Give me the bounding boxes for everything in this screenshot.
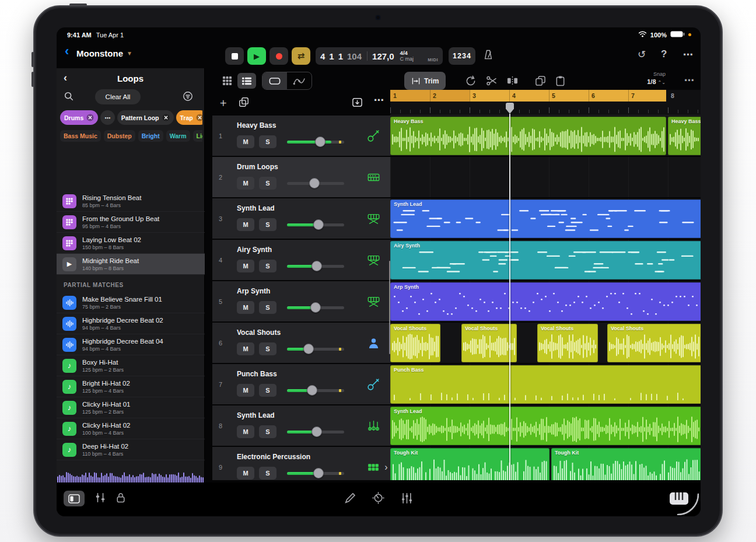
solo-button[interactable]: S	[259, 218, 276, 231]
volume-knob[interactable]	[315, 137, 326, 147]
track-header[interactable]: 3Synth LeadMS	[212, 198, 390, 239]
toolbar-more-icon[interactable]: ⋯	[684, 74, 694, 86]
play-button[interactable]: ▶	[247, 47, 266, 65]
descriptor-tag[interactable]: Bright	[138, 130, 163, 142]
volume-slider[interactable]	[287, 177, 344, 190]
descriptor-tag[interactable]: Dubstep	[104, 130, 135, 142]
track-header[interactable]: 1Heavy BassMS	[212, 116, 390, 156]
region[interactable]: Synth Lead	[390, 200, 701, 238]
track-lane[interactable]: Tough KitTough Kit	[390, 447, 701, 480]
stop-button[interactable]	[225, 47, 244, 65]
region[interactable]: Vocal Shouts	[390, 324, 440, 362]
filter-chip[interactable]: Drums	[60, 110, 98, 125]
track-header[interactable]: 2Drum LoopsMS	[212, 157, 390, 198]
volume-slider[interactable]	[287, 218, 344, 231]
project-title[interactable]: Moonstone ▼	[76, 48, 132, 58]
mute-button[interactable]: M	[237, 177, 254, 190]
add-track-button[interactable]: ＋	[218, 95, 229, 110]
loop-item[interactable]: ♪Deep Hi-Hat 02110 bpm – 4 Bars	[57, 439, 205, 460]
track-lane[interactable]: Arp Synth	[390, 281, 701, 322]
solo-button[interactable]: S	[259, 342, 276, 355]
loop-item[interactable]: ♪Bright Hi-Hat 02125 bpm – 4 Bars	[57, 376, 205, 397]
paste-icon[interactable]	[555, 75, 566, 89]
region[interactable]: Heavy Bass	[668, 117, 701, 155]
volume-slider[interactable]	[287, 425, 344, 438]
search-icon[interactable]	[64, 91, 74, 104]
track-header[interactable]: 5Arp SynthMS	[212, 281, 390, 322]
volume-slider[interactable]	[287, 301, 344, 314]
remove-filter-icon[interactable]	[196, 114, 202, 121]
remove-filter-icon[interactable]	[162, 114, 170, 121]
undo-icon[interactable]: ↺	[638, 48, 646, 61]
volume-knob[interactable]	[309, 178, 320, 188]
remove-filter-icon[interactable]	[86, 114, 94, 121]
loop-item[interactable]: Rising Tension Beat85 bpm – 4 Bars	[57, 191, 205, 212]
loop-item[interactable]: Make Believe Snare Fill 0175 bpm – 2 Bar…	[57, 292, 205, 313]
duplicate-track-icon[interactable]	[239, 97, 249, 110]
loop-tool-icon[interactable]	[465, 75, 476, 89]
region[interactable]: Heavy Bass	[390, 117, 666, 155]
snap-setting[interactable]: Snap 1/8 ⌃⌄	[614, 71, 666, 86]
descriptor-tag[interactable]: Bass Music	[60, 130, 101, 142]
region[interactable]: Vocal Shouts	[461, 324, 517, 362]
dial-button[interactable]	[372, 492, 384, 506]
copy-icon[interactable]	[535, 75, 546, 89]
volume-knob[interactable]	[303, 344, 314, 354]
browser-button[interactable]	[64, 491, 85, 506]
region[interactable]: Tough Kit	[551, 448, 701, 480]
region[interactable]: Vocal Shouts	[537, 324, 598, 362]
volume-slider[interactable]	[287, 342, 344, 355]
metronome-icon[interactable]	[482, 49, 494, 64]
region[interactable]: Punch Bass	[390, 365, 701, 404]
scissors-icon[interactable]	[486, 75, 497, 89]
rows-view-button[interactable]	[237, 73, 256, 89]
track-import-icon[interactable]	[352, 97, 363, 110]
descriptor-tag[interactable]: Light	[193, 130, 203, 142]
loop-item[interactable]: Highbridge Decree Beat 0294 bpm – 4 Bars	[57, 313, 205, 334]
volume-knob[interactable]	[312, 261, 322, 271]
mute-button[interactable]: M	[237, 135, 254, 148]
volume-knob[interactable]	[307, 385, 317, 396]
cycle-button[interactable]: ⇄	[292, 47, 310, 65]
mute-button[interactable]: M	[237, 467, 254, 480]
loop-item[interactable]: ♪Boxy Hi-Hat125 bpm – 2 Bars	[57, 355, 205, 376]
region[interactable]: Synth Lead	[390, 407, 701, 445]
help-icon[interactable]: ?	[661, 48, 667, 60]
solo-button[interactable]: S	[259, 135, 276, 148]
volume-slider[interactable]	[287, 384, 344, 397]
loop-item[interactable]: ♪Clicky Hi-Hat 02100 bpm – 4 Bars	[57, 418, 205, 439]
clear-all-button[interactable]: Clear All	[95, 89, 141, 104]
volume-knob[interactable]	[310, 302, 321, 313]
loop-item[interactable]: Laying Low Beat 02150 bpm – 8 Bars	[57, 233, 205, 254]
track-lane[interactable]: Synth Lead	[390, 198, 701, 239]
mute-button[interactable]: M	[237, 342, 254, 355]
mute-button[interactable]: M	[237, 425, 254, 438]
automation-mode-button[interactable]	[287, 72, 312, 89]
filter-icon[interactable]	[183, 91, 193, 104]
track-lane[interactable]: Heavy BassHeavy Bass	[390, 116, 701, 156]
timeline-ruler[interactable]: 12345678	[390, 90, 701, 116]
track-header[interactable]: 8Synth LeadMS	[212, 405, 390, 446]
track-lane[interactable]: Synth Lead	[390, 405, 701, 446]
mute-button[interactable]: M	[237, 260, 254, 272]
volume-knob[interactable]	[312, 426, 322, 437]
track-header[interactable]: 6Vocal ShoutsMS	[212, 323, 390, 363]
region[interactable]: Arp Synth	[390, 282, 701, 321]
mute-button[interactable]: M	[237, 218, 254, 231]
loop-item[interactable]: Highbridge Decree Beat 0494 bpm – 4 Bars	[57, 334, 205, 355]
solo-button[interactable]: S	[259, 177, 276, 190]
regions-mode-button[interactable]	[262, 72, 287, 89]
region[interactable]: Tough Kit	[390, 448, 550, 480]
mute-button[interactable]: M	[237, 301, 254, 314]
descriptor-tag[interactable]: Warm	[166, 130, 190, 142]
filter-chip[interactable]: ⋯	[100, 110, 115, 125]
faders-button[interactable]	[401, 492, 413, 506]
solo-button[interactable]: S	[259, 301, 276, 314]
region[interactable]: Vocal Shouts	[607, 324, 701, 362]
grid-view-button[interactable]	[218, 73, 236, 89]
loop-item[interactable]: ♪Clicky Hi-Hat 01125 bpm – 2 Bars	[57, 397, 205, 418]
volume-slider[interactable]	[287, 260, 344, 272]
count-in-button[interactable]: 1234	[449, 47, 475, 65]
track-lane[interactable]: Airy Synth	[390, 240, 701, 281]
lcd-display[interactable]: 4 1 1 104 127,0 4/4 C maj MIDI	[316, 47, 443, 65]
